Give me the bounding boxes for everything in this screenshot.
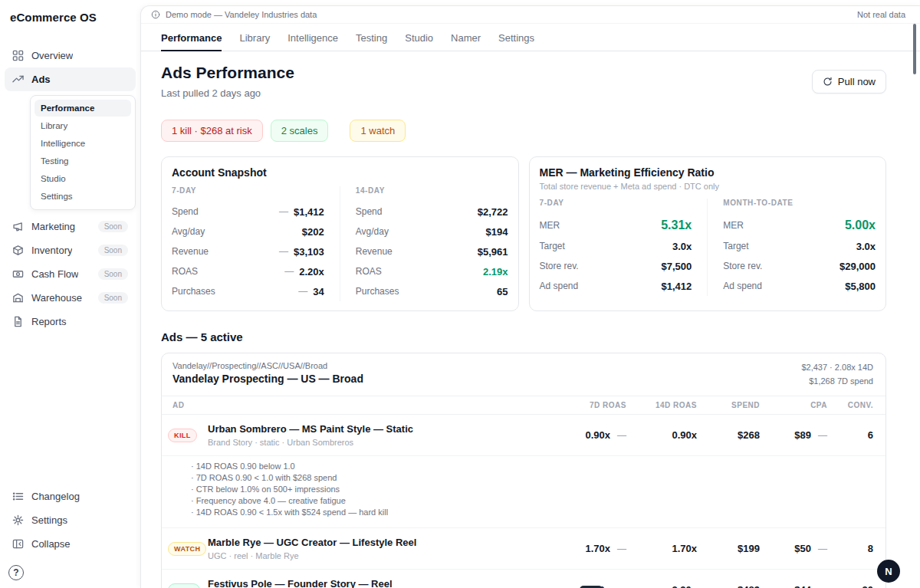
pull-now-label: Pull now (838, 76, 876, 87)
stat-row: Purchases65 (356, 281, 508, 301)
user-avatar[interactable]: N (877, 560, 900, 583)
sidebar-item-ads[interactable]: Ads (5, 67, 136, 91)
cell-14d-roas: 0.90x (626, 429, 697, 441)
demo-mode-text: Demo mode — Vandeley Industries data (166, 10, 317, 19)
cell-spend: $489 (697, 584, 760, 588)
keep-badge[interactable]: KEEP (168, 583, 200, 588)
submenu-item-performance[interactable]: Performance (34, 100, 131, 117)
tab-namer[interactable]: Namer (451, 24, 481, 51)
mer-subtitle: Total store revenue + Meta ad spend · DT… (540, 182, 876, 191)
page-title-block: Ads Performance Last pulled 2 days ago (161, 64, 294, 99)
trend-dash: — (617, 585, 626, 588)
tab-studio[interactable]: Studio (405, 24, 433, 51)
sidebar-item-inventory[interactable]: Inventory Soon (5, 238, 136, 262)
stat-row: ROAS—2.20x (172, 261, 324, 281)
badge-cell: KEEP (168, 583, 208, 588)
trend-dash: — (818, 585, 827, 588)
tab-performance[interactable]: Performance (161, 24, 222, 51)
tab-testing[interactable]: Testing (356, 24, 387, 51)
stat-row: Store rev.$7,500 (540, 256, 692, 276)
ad-subtitle: Brand Story · static · Urban Sombreros (208, 438, 413, 447)
badge-cell: WATCH (168, 542, 208, 556)
list-icon (12, 491, 24, 502)
submenu-item-testing[interactable]: Testing (34, 153, 131, 169)
help-button[interactable]: ? (8, 565, 24, 580)
mer-panel: MER — Marketing Efficiency Ratio Total s… (529, 156, 887, 311)
table-row-kill[interactable]: KILL Urban Sombrero — MS Paint Style — S… (162, 415, 886, 455)
sidebar-item-marketing[interactable]: Marketing Soon (5, 215, 136, 238)
cell-cpa: $89— (760, 429, 827, 441)
tab-settings[interactable]: Settings (498, 24, 534, 51)
sidebar-item-label: Warehouse (31, 292, 82, 304)
kill-reason: · 14D ROAS 0.90 below 1.0 (191, 461, 873, 472)
mer-title: MER — Marketing Efficiency Ratio (540, 166, 876, 179)
campaign-stat-secondary: $1,268 7D spend (801, 375, 873, 389)
kill-badge[interactable]: KILL (168, 429, 197, 442)
campaign-stats: $2,437 · 2.08x 14D $1,268 7D spend (801, 361, 873, 388)
pull-now-button[interactable]: Pull now (812, 70, 886, 94)
not-real-data-text: Not real data (857, 10, 905, 19)
stat-row: Ad spend$1,412 (540, 276, 692, 296)
page-header: Ads Performance Last pulled 2 days ago P… (161, 64, 886, 99)
col-header-14d-roas: 14D ROAS (626, 401, 697, 409)
table-row-watch[interactable]: WATCH Marble Rye — UGC Creator — Lifesty… (162, 527, 886, 569)
tab-library[interactable]: Library (239, 24, 270, 51)
mer-col-7day: 7-DAY MER5.31x Target3.0x Store rev.$7,5… (540, 199, 692, 296)
banknote-icon (12, 268, 24, 280)
sidebar-item-overview[interactable]: Overview (5, 44, 136, 67)
stat-row: Revenue—$3,103 (172, 241, 324, 261)
trending-up-icon (12, 74, 24, 85)
submenu-item-settings[interactable]: Settings (34, 188, 131, 205)
refresh-icon (823, 77, 833, 87)
submenu-item-intelligence[interactable]: Intelligence (34, 135, 131, 152)
campaign-header[interactable]: Vandelay//Prospecting//ASC//USA//Broad V… (162, 353, 886, 396)
snapshot-columns: 7-DAY Spend—$1,412 Avg/day$202 Revenue—$… (172, 186, 508, 301)
stat-row: Avg/day$194 (356, 222, 508, 241)
sidebar-item-warehouse[interactable]: Warehouse Soon (5, 286, 136, 310)
sidebar-item-changelog[interactable]: Changelog (5, 485, 136, 508)
cell-7d-roas: 1.70x— (546, 543, 626, 554)
info-icon (151, 10, 160, 19)
last-pulled-text: Last pulled 2 days ago (161, 87, 294, 99)
soon-badge: Soon (98, 245, 128, 256)
cell-cpa: $50— (760, 543, 827, 554)
sidebar-item-settings[interactable]: Settings (5, 508, 136, 532)
vertical-scrollbar-thumb[interactable] (913, 24, 916, 74)
stat-row: Avg/day$202 (172, 222, 324, 241)
ad-text: Urban Sombrero — MS Paint Style — Static… (208, 423, 413, 447)
sidebar-item-cash-flow[interactable]: Cash Flow Soon (5, 262, 136, 286)
cell-spend: $268 (697, 429, 760, 441)
trend-dash: — (284, 266, 294, 277)
snapshot-col-14day: 14-DAY Spend$2,722 Avg/day$194 Revenue$5… (356, 186, 508, 301)
stat-row: Purchases—34 (172, 281, 324, 301)
cell-conv: 20 (827, 584, 873, 588)
stat-row: Target3.0x (540, 236, 692, 256)
tab-bar: Performance Library Intelligence Testing… (141, 24, 920, 51)
sidebar-spacer (5, 333, 136, 465)
page-title: Ads Performance (161, 64, 294, 82)
scales-chip[interactable]: 2 scales (271, 120, 329, 142)
ad-text: Marble Rye — UGC Creator — Lifestyle Ree… (208, 537, 416, 560)
watch-badge[interactable]: WATCH (168, 542, 206, 556)
tab-intelligence[interactable]: Intelligence (288, 24, 338, 51)
submenu-item-library[interactable]: Library (34, 117, 131, 134)
sidebar-item-label: Inventory (31, 245, 72, 256)
trend-dash: — (818, 430, 827, 441)
cell-cpa: $44— (760, 584, 827, 588)
stat-row: Spend—$1,412 (172, 202, 324, 222)
kill-risk-chip[interactable]: 1 kill · $268 at risk (161, 120, 263, 142)
table-row-keep[interactable]: KEEP Festivus Pole — Founder Story — Ree… (162, 569, 886, 588)
collapse-panel-icon (12, 538, 24, 550)
sidebar-item-label: Collapse (31, 538, 71, 550)
badge-cell: KILL (168, 429, 208, 442)
col-header-conv: CONV. (827, 401, 873, 409)
grid-icon (12, 50, 24, 61)
sidebar-item-collapse[interactable]: Collapse (5, 532, 136, 556)
submenu-item-studio[interactable]: Studio (34, 170, 131, 187)
watch-chip[interactable]: 1 watch (350, 120, 406, 142)
main-panel: Demo mode — Vandeley Industries data Not… (140, 5, 920, 588)
stat-row: ROAS2.19x (356, 261, 508, 281)
app-title: eCommerce OS (5, 9, 136, 24)
sidebar-item-reports[interactable]: Reports (5, 310, 136, 333)
column-header: 7-DAY (172, 186, 324, 195)
